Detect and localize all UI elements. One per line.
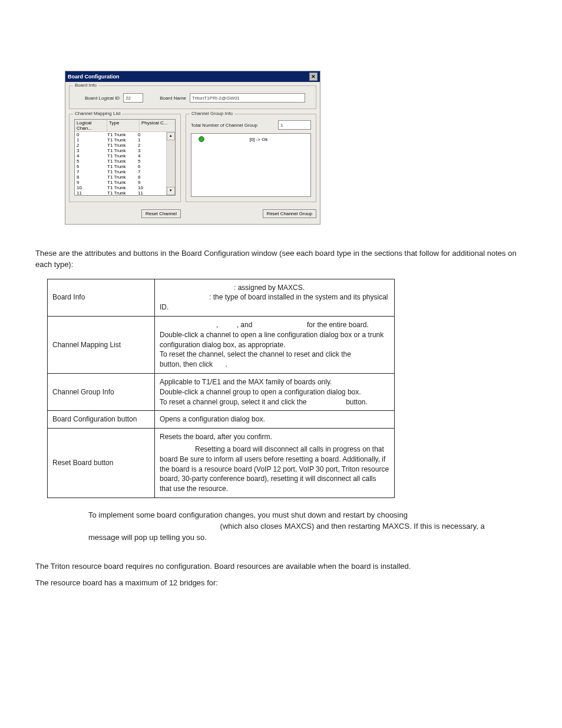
scroll-down-icon[interactable]: ▾ bbox=[167, 187, 175, 195]
attributes-table: Board Info : assigned by MAXCS. xxxxxxxx… bbox=[47, 279, 395, 498]
row-desc-board-config-btn: Opens a configuration dialog box. bbox=[155, 411, 395, 429]
row-label-channel-mapping: Channel Mapping List bbox=[48, 317, 155, 374]
table-row[interactable]: 4T1 Trunk4 bbox=[75, 153, 167, 159]
channel-group-legend: Channel Group Info bbox=[190, 111, 234, 116]
table-row: Board Info : assigned by MAXCS. xxxxxxxx… bbox=[48, 279, 395, 316]
resource-board-paragraph: The Triton resource board requires no co… bbox=[35, 561, 527, 572]
status-ok-icon bbox=[199, 136, 204, 142]
table-row[interactable]: 11T1 Trunk11 bbox=[75, 190, 167, 195]
reset-channel-group-button[interactable]: Reset Channel Group bbox=[263, 209, 316, 218]
col-type[interactable]: Type bbox=[107, 120, 140, 131]
table-row[interactable]: 6T1 Trunk6 bbox=[75, 164, 167, 169]
row-desc-board-info: : assigned by MAXCS. xxxxxxxxxxxxxx: the… bbox=[155, 279, 395, 316]
table-row[interactable]: 5T1 Trunk5 bbox=[75, 159, 167, 164]
table-row: Reset Board button Resets the board, aft… bbox=[48, 429, 395, 498]
row-label-board-info: Board Info bbox=[48, 279, 155, 316]
list-header: Logical Chan... Type Physical C... bbox=[75, 120, 175, 132]
total-channel-group-input[interactable] bbox=[278, 120, 311, 130]
total-channel-group-label: Total Number of Channel Group bbox=[191, 123, 275, 128]
row-label-reset-board: Reset Board button bbox=[48, 429, 155, 498]
channel-mapping-group: Channel Mapping List Logical Chan... Typ… bbox=[69, 114, 181, 202]
bridges-paragraph: The resource board has a maximum of 12 b… bbox=[35, 578, 527, 589]
table-row[interactable]: 9T1 Trunk9 bbox=[75, 180, 167, 185]
channel-mapping-legend: Channel Mapping List bbox=[73, 111, 122, 116]
scrollbar[interactable]: ▴ ▾ bbox=[166, 132, 175, 195]
table-row: Board Configuration button Opens a confi… bbox=[48, 411, 395, 429]
channel-mapping-list[interactable]: Logical Chan... Type Physical C... 0T1 T… bbox=[74, 119, 176, 196]
row-desc-channel-mapping: , , and for the entire board. Double-cli… bbox=[155, 317, 395, 374]
row-desc-reset-board: Resets the board, after you confirm. Res… bbox=[155, 429, 395, 498]
table-row[interactable]: 7T1 Trunk7 bbox=[75, 169, 167, 174]
col-logical-chan[interactable]: Logical Chan... bbox=[75, 120, 107, 131]
dialog-titlebar: Board Configuration ✕ bbox=[65, 71, 320, 82]
row-label-board-config-btn: Board Configuration button bbox=[48, 411, 155, 429]
table-row[interactable]: 2T1 Trunk2 bbox=[75, 143, 167, 148]
row-label-channel-group: Channel Group Info bbox=[48, 374, 155, 411]
board-info-legend: Board Info bbox=[73, 83, 98, 88]
note-block: To implement some board configuration ch… bbox=[88, 510, 501, 543]
dialog-title: Board Configuration bbox=[68, 74, 120, 80]
board-configuration-dialog: Board Configuration ✕ Board Info Board L… bbox=[65, 71, 320, 225]
table-row: Channel Group Info Applicable to T1/E1 a… bbox=[48, 374, 395, 411]
board-logical-id-input[interactable] bbox=[123, 93, 143, 103]
intro-paragraph: These are the attributes and buttons in … bbox=[35, 248, 527, 271]
board-name-label: Board Name bbox=[160, 95, 186, 101]
table-row[interactable]: 8T1 Trunk8 bbox=[75, 174, 167, 180]
scroll-up-icon[interactable]: ▴ bbox=[167, 132, 175, 140]
channel-group-status: [0] -> Ok bbox=[209, 137, 308, 142]
channel-group-list[interactable]: [0] -> Ok bbox=[191, 133, 311, 197]
board-name-input[interactable] bbox=[190, 93, 305, 103]
channel-group-info: Channel Group Info Total Number of Chann… bbox=[186, 114, 316, 202]
board-info-group: Board Info Board Logical ID Board Name bbox=[69, 85, 316, 109]
table-row[interactable]: 1T1 Trunk1 bbox=[75, 137, 167, 143]
row-desc-channel-group: Applicable to T1/E1 and the MAX family o… bbox=[155, 374, 395, 411]
table-row: Channel Mapping List , , and for the ent… bbox=[48, 317, 395, 374]
close-icon[interactable]: ✕ bbox=[309, 73, 318, 81]
reset-channel-button[interactable]: Reset Channel bbox=[141, 209, 181, 218]
table-row[interactable]: 0T1 Trunk0 bbox=[75, 132, 167, 137]
table-row[interactable]: 10T1 Trunk10 bbox=[75, 185, 167, 190]
table-row[interactable]: 3T1 Trunk3 bbox=[75, 148, 167, 153]
board-logical-id-label: Board Logical ID bbox=[85, 95, 120, 101]
col-physical[interactable]: Physical C... bbox=[140, 120, 172, 131]
